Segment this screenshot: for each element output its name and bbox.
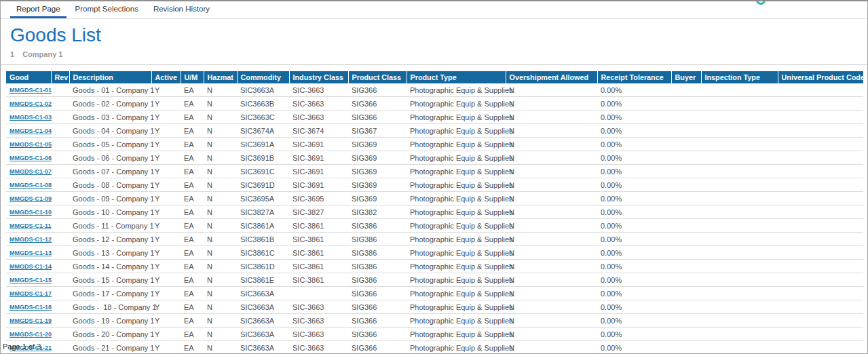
cell-inspection_type <box>701 97 778 111</box>
cell-description: Goods - 01 - Company 1 <box>69 83 151 97</box>
good-link[interactable]: MMGDS-C1-13 <box>10 250 52 256</box>
good-link[interactable]: MMGDS-C1-17 <box>10 290 52 297</box>
column-header-um: U/M <box>181 71 204 83</box>
good-link[interactable]: MMGDS-C1-09 <box>10 195 52 202</box>
good-link[interactable]: MMGDS-C1-01 <box>10 87 52 94</box>
cell-universal_product_code <box>778 205 863 219</box>
cell-inspection_type <box>701 138 778 151</box>
column-header-product_type: Product Type <box>407 71 506 83</box>
cell-universal_product_code <box>778 246 863 260</box>
cell-good: MMGDS-C1-09 <box>6 192 51 205</box>
header-row: GoodRevDescriptionActiveU/MHazmatCommodi… <box>6 71 863 83</box>
cell-rev <box>51 192 69 205</box>
cell-active: Y <box>151 138 181 151</box>
good-link[interactable]: MMGDS-C1-08 <box>10 182 52 189</box>
good-link[interactable]: MMGDS-C1-02 <box>10 100 52 107</box>
cell-active: Y <box>151 287 181 300</box>
report-tab-bar: Report Page Prompt Selections Revision H… <box>1 1 867 19</box>
cell-industry_class: SIC-3861 <box>289 260 348 273</box>
good-link[interactable]: MMGDS-C1-11 <box>10 222 52 229</box>
cell-rev <box>51 328 69 341</box>
cell-buyer <box>671 260 701 273</box>
good-link[interactable]: MMGDS-C1-10 <box>10 209 52 216</box>
good-link[interactable]: MMGDS-C1-04 <box>10 127 52 134</box>
cell-product_type: Photographic Equip & Supplies <box>407 328 506 341</box>
tab-revision-history[interactable]: Revision History <box>146 5 217 18</box>
cell-industry_class: SIC-3663 <box>289 314 348 328</box>
cell-rev <box>51 165 69 178</box>
good-link[interactable]: MMGDS-C1-03 <box>10 114 52 121</box>
good-link[interactable]: MMGDS-C1-18 <box>10 304 52 311</box>
good-link[interactable]: MMGDS-C1-20 <box>10 331 52 338</box>
tab-report-page[interactable]: Report Page <box>9 5 68 18</box>
cell-hazmat: N <box>204 233 237 246</box>
cell-rev <box>51 233 69 246</box>
cell-product_class: SIG366 <box>348 83 407 97</box>
cell-inspection_type <box>701 273 778 287</box>
cell-um: EA <box>181 151 204 165</box>
cell-good: MMGDS-C1-15 <box>6 273 51 287</box>
cell-overshipment_allowed: N <box>506 341 597 354</box>
cell-product_class: SIG369 <box>348 178 407 192</box>
cell-commodity: SIC3861A <box>237 219 289 233</box>
cell-rev <box>51 178 69 192</box>
cell-overshipment_allowed: N <box>506 287 597 300</box>
cell-product_type: Photographic Equip & Supplies <box>407 260 506 273</box>
cell-commodity: SIC3663A <box>237 314 289 328</box>
cell-product_class: SIG366 <box>348 97 407 111</box>
cell-overshipment_allowed: N <box>506 83 597 97</box>
cell-active: Y <box>151 111 181 124</box>
cell-inspection_type <box>701 219 778 233</box>
cell-good: MMGDS-C1-12 <box>6 233 51 246</box>
good-link[interactable]: MMGDS-C1-15 <box>10 277 52 283</box>
cell-commodity: SIC3827A <box>237 205 289 219</box>
cell-receipt_tolerance: 0.00% <box>597 287 671 300</box>
good-link[interactable]: MMGDS-C1-06 <box>10 155 52 161</box>
cell-um: EA <box>181 219 204 233</box>
prompt-company-value: Company 1 <box>22 50 62 58</box>
cell-um: EA <box>181 260 204 273</box>
good-link[interactable]: MMGDS-C1-05 <box>10 141 52 148</box>
cell-receipt_tolerance: 0.00% <box>597 83 671 97</box>
cell-active: Y <box>151 151 181 165</box>
cell-hazmat: N <box>204 273 237 287</box>
table-row: MMGDS-C1-05Goods - 05 - Company 1YEANSIC… <box>6 138 863 151</box>
cell-overshipment_allowed: N <box>506 233 597 246</box>
cell-product_type: Photographic Equip & Supplies <box>407 151 506 165</box>
cell-inspection_type <box>701 111 778 124</box>
cell-industry_class: SIC-3861 <box>289 273 348 287</box>
cell-good: MMGDS-C1-02 <box>6 97 51 111</box>
good-link[interactable]: MMGDS-C1-14 <box>10 263 52 270</box>
column-header-rev: Rev <box>51 71 69 83</box>
good-link[interactable]: MMGDS-C1-07 <box>10 168 52 175</box>
good-link[interactable]: MMGDS-C1-12 <box>10 236 52 243</box>
page-title: Goods List <box>10 25 103 46</box>
cell-universal_product_code <box>778 300 863 314</box>
cell-um: EA <box>181 178 204 192</box>
cell-overshipment_allowed: N <box>506 165 597 178</box>
cell-industry_class: SIC-3695 <box>289 192 348 205</box>
cell-receipt_tolerance: 0.00% <box>597 97 671 111</box>
column-header-description: Description <box>69 71 151 83</box>
cell-description: Goods - 19 - Company 1 <box>69 314 151 328</box>
cell-industry_class: SIC-3663 <box>289 111 348 124</box>
goods-table-head: GoodRevDescriptionActiveU/MHazmatCommodi… <box>6 71 863 83</box>
cell-description: Goods - 15 - Company 1 <box>69 273 151 287</box>
cell-receipt_tolerance: 0.00% <box>597 165 671 178</box>
column-header-overshipment_allowed: Overshipment Allowed <box>506 71 597 83</box>
cell-inspection_type <box>701 287 778 300</box>
cell-um: EA <box>181 111 204 124</box>
cell-description: Goods - 10 - Company 1 <box>69 205 151 219</box>
cell-buyer <box>671 83 701 97</box>
cell-product_class: SIG366 <box>348 314 407 328</box>
cell-inspection_type <box>701 341 778 354</box>
teal-status-icon[interactable] <box>756 0 766 5</box>
good-link[interactable]: MMGDS-C1-19 <box>10 317 52 324</box>
table-row: MMGDS-C1-19Goods - 19 - Company 1YEANSIC… <box>6 314 863 328</box>
tab-prompt-selections[interactable]: Prompt Selections <box>68 5 146 18</box>
cell-good: MMGDS-C1-18 <box>6 300 51 314</box>
cell-universal_product_code <box>778 178 863 192</box>
cell-universal_product_code <box>778 273 863 287</box>
cell-hazmat: N <box>204 165 237 178</box>
cell-overshipment_allowed: N <box>506 178 597 192</box>
